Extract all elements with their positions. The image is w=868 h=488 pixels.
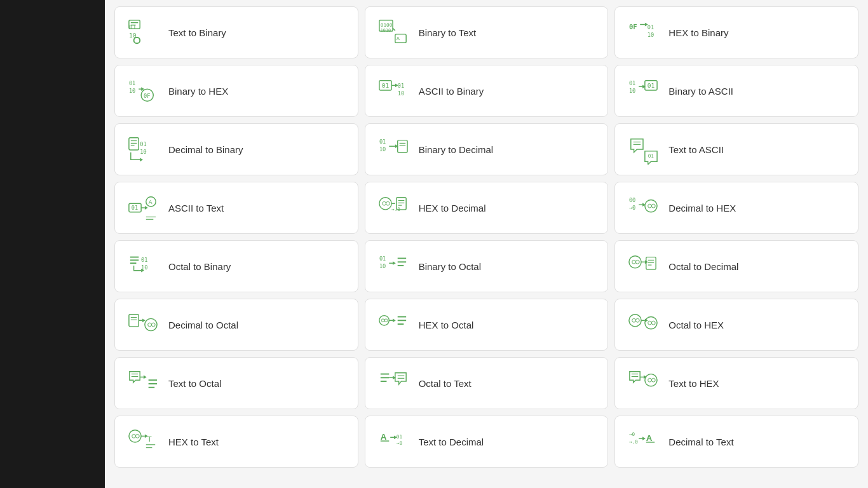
svg-text:10: 10 — [129, 88, 135, 94]
card-octal-to-text[interactable]: Octal to Text — [365, 357, 609, 409]
svg-point-100 — [632, 318, 636, 322]
binary-to-octal-icon: 01 10 — [378, 251, 409, 281]
card-label-ascii-to-binary: ASCII to Binary — [419, 86, 484, 97]
svg-point-125 — [132, 434, 136, 438]
text-to-hex-icon — [628, 368, 658, 398]
card-label-hex-to-decimal: HEX to Decimal — [419, 203, 486, 214]
card-decimal-to-octal[interactable]: Decimal to Octal — [114, 299, 358, 351]
decimal-to-hex-icon: 00 →0 — [628, 193, 658, 223]
svg-text:A: A — [646, 433, 653, 443]
svg-marker-138 — [642, 437, 646, 440]
svg-point-101 — [636, 318, 640, 322]
card-text-to-decimal[interactable]: A 01 →0 Text to Decimal — [365, 416, 609, 468]
card-binary-to-octal[interactable]: 01 10 Binary to Octal — [365, 240, 609, 292]
card-octal-to-hex[interactable]: Octal to HEX — [614, 299, 858, 351]
svg-text:10: 10 — [629, 88, 635, 94]
ascii-to-binary-icon: 01 01 10 — [378, 76, 409, 106]
binary-to-decimal-icon: 01 10 — [378, 134, 409, 165]
svg-text:01: 01 — [129, 80, 135, 86]
card-octal-to-decimal[interactable]: Octal to Decimal — [614, 240, 858, 292]
card-label-hex-to-binary: HEX to Binary — [668, 27, 728, 38]
svg-point-123 — [652, 378, 656, 382]
card-label-decimal-to-binary: Decimal to Binary — [168, 144, 243, 155]
text-to-octal-icon — [128, 368, 158, 398]
binary-to-ascii-icon: 01 10 01 — [628, 76, 658, 106]
svg-rect-85 — [129, 315, 139, 327]
card-text-to-binary[interactable]: 01 10 Text to Binary — [114, 6, 358, 58]
card-text-to-ascii[interactable]: 01 Text to ASCII — [614, 123, 858, 175]
text-to-decimal-icon: A 01 →0 — [378, 426, 409, 457]
card-binary-to-hex[interactable]: 01 10 0F Binary to HEX — [114, 65, 358, 117]
card-hex-to-decimal[interactable]: →.0 HEX to Decimal — [365, 182, 609, 234]
svg-text:A: A — [149, 199, 153, 205]
card-label-text-to-hex: Text to HEX — [668, 378, 719, 389]
svg-text:1010: 1010 — [380, 28, 390, 33]
svg-text:→0: →0 — [629, 205, 635, 211]
svg-point-2 — [134, 37, 140, 44]
svg-text:01: 01 — [132, 205, 138, 211]
svg-point-94 — [384, 319, 388, 322]
card-ascii-to-binary[interactable]: 01 01 10 ASCII to Binary — [365, 65, 609, 117]
card-label-hex-to-octal: HEX to Octal — [419, 320, 474, 330]
card-label-hex-to-text: HEX to Text — [168, 437, 219, 447]
svg-marker-108 — [144, 376, 147, 379]
hex-to-octal-icon — [378, 309, 409, 340]
svg-marker-48 — [145, 206, 148, 210]
svg-marker-36 — [140, 158, 143, 161]
binary-to-hex-icon: 01 10 0F — [128, 76, 158, 106]
card-hex-to-octal[interactable]: HEX to Octal — [365, 299, 609, 351]
octal-to-text-icon — [378, 368, 409, 398]
svg-text:01: 01 — [397, 83, 403, 89]
card-binary-to-decimal[interactable]: 01 10 Binary to Decimal — [365, 123, 609, 175]
main-content: 01 10 Text to Binary 0100 1010 A Binary … — [105, 0, 868, 488]
svg-text:→.0: →.0 — [629, 439, 638, 445]
svg-text:→0: →0 — [629, 431, 635, 437]
card-label-binary-to-ascii: Binary to ASCII — [668, 86, 733, 97]
octal-to-binary-icon: 01 10 — [128, 251, 158, 281]
card-label-decimal-to-text: Decimal to Text — [668, 437, 733, 447]
svg-text:01: 01 — [629, 80, 635, 86]
card-hex-to-text[interactable]: T HEX to Text — [114, 416, 358, 468]
hex-to-text-icon: T — [128, 426, 158, 457]
svg-text:00: 00 — [629, 197, 635, 203]
svg-text:10: 10 — [397, 90, 403, 97]
svg-text:T: T — [147, 435, 152, 443]
svg-point-52 — [382, 201, 386, 205]
svg-rect-81 — [646, 257, 656, 269]
ascii-to-text-icon: 01 A — [128, 193, 158, 223]
svg-rect-40 — [397, 140, 407, 152]
card-text-to-octal[interactable]: Text to Octal — [114, 357, 358, 409]
card-decimal-to-text[interactable]: →0 →.0 A Decimal to Text — [614, 416, 858, 468]
svg-text:0100: 0100 — [380, 22, 392, 28]
svg-text:0F: 0F — [144, 93, 150, 99]
svg-marker-73 — [393, 261, 396, 265]
card-ascii-to-text[interactable]: 01 A ASCII to Text — [114, 182, 358, 234]
hex-to-decimal-icon: →.0 — [378, 193, 409, 223]
svg-text:01: 01 — [648, 153, 654, 159]
card-binary-to-text[interactable]: 0100 1010 A Binary to Text — [365, 6, 609, 58]
svg-point-53 — [386, 201, 390, 205]
tools-grid: 01 10 Text to Binary 0100 1010 A Binary … — [114, 6, 858, 468]
card-decimal-to-binary[interactable]: 01 10 Decimal to Binary — [114, 123, 358, 175]
card-label-text-to-octal: Text to Octal — [168, 378, 221, 389]
card-decimal-to-hex[interactable]: 00 →0 Decimal to HEX — [614, 182, 858, 234]
card-label-octal-to-text: Octal to Text — [419, 378, 471, 389]
card-text-to-hex[interactable]: Text to HEX — [614, 357, 858, 409]
card-label-binary-to-hex: Binary to HEX — [168, 86, 228, 97]
hex-to-binary-icon: 0F 01 10 — [628, 17, 658, 48]
octal-to-hex-icon — [628, 309, 658, 340]
card-label-text-to-ascii: Text to ASCII — [668, 144, 724, 155]
card-label-decimal-to-hex: Decimal to HEX — [668, 203, 736, 214]
svg-text:01: 01 — [379, 255, 386, 262]
card-hex-to-binary[interactable]: 0F 01 10 HEX to Binary — [614, 6, 858, 58]
card-label-binary-to-octal: Binary to Octal — [419, 261, 481, 272]
text-to-binary-icon: 01 10 — [128, 17, 158, 48]
svg-point-64 — [652, 204, 656, 208]
card-binary-to-ascii[interactable]: 01 10 01 Binary to ASCII — [614, 65, 858, 117]
card-octal-to-binary[interactable]: 01 10 Octal to Binary — [114, 240, 358, 292]
svg-text:01: 01 — [381, 82, 389, 89]
svg-text:A: A — [396, 36, 400, 41]
card-label-ascii-to-text: ASCII to Text — [168, 203, 224, 214]
decimal-to-text-icon: →0 →.0 A — [628, 426, 658, 457]
card-label-binary-to-text: Binary to Text — [419, 27, 477, 38]
